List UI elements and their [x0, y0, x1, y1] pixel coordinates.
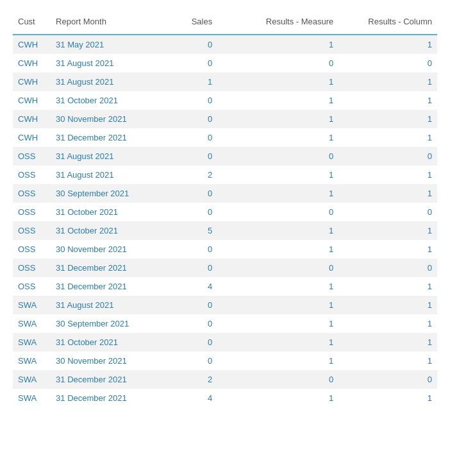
cell-sales: 4: [172, 389, 217, 407]
cell-column: 0: [338, 147, 437, 166]
table-header-row: Cust Report Month Sales Results - Measur…: [13, 10, 437, 35]
cell-sales: 0: [172, 314, 217, 333]
cell-cust: OSS: [13, 240, 51, 259]
header-column: Results - Column: [338, 10, 437, 35]
cell-cust: CWH: [13, 91, 51, 110]
cell-column: 0: [338, 259, 437, 277]
header-measure: Results - Measure: [217, 10, 338, 35]
table-row: CWH31 August 2021111: [13, 72, 437, 91]
cell-column: 1: [338, 333, 437, 352]
header-cust: Cust: [13, 10, 51, 35]
table-row: OSS31 December 2021000: [13, 259, 437, 277]
cell-month: 31 August 2021: [51, 147, 172, 166]
cell-column: 1: [338, 352, 437, 370]
cell-column: 1: [338, 184, 437, 203]
cell-sales: 0: [172, 54, 217, 72]
cell-month: 30 September 2021: [51, 314, 172, 333]
cell-sales: 0: [172, 35, 217, 54]
cell-sales: 0: [172, 110, 217, 128]
cell-sales: 0: [172, 296, 217, 314]
cell-sales: 0: [172, 147, 217, 166]
cell-measure: 1: [217, 352, 338, 370]
cell-measure: 0: [217, 203, 338, 221]
cell-cust: CWH: [13, 72, 51, 91]
cell-month: 31 December 2021: [51, 259, 172, 277]
table-row: CWH31 August 2021000: [13, 54, 437, 72]
cell-month: 31 October 2021: [51, 333, 172, 352]
cell-measure: 1: [217, 240, 338, 259]
cell-cust: CWH: [13, 35, 51, 54]
cell-cust: SWA: [13, 333, 51, 352]
table-row: OSS31 December 2021411: [13, 277, 437, 296]
table-row: OSS31 October 2021511: [13, 221, 437, 240]
cell-column: 1: [338, 72, 437, 91]
header-sales: Sales: [172, 10, 217, 35]
cell-measure: 1: [217, 110, 338, 128]
cell-month: 31 October 2021: [51, 203, 172, 221]
cell-sales: 0: [172, 91, 217, 110]
cell-measure: 1: [217, 333, 338, 352]
cell-column: 1: [338, 314, 437, 333]
cell-cust: OSS: [13, 166, 51, 184]
cell-month: 31 August 2021: [51, 54, 172, 72]
cell-month: 31 August 2021: [51, 166, 172, 184]
cell-cust: OSS: [13, 147, 51, 166]
cell-cust: OSS: [13, 184, 51, 203]
cell-cust: CWH: [13, 54, 51, 72]
cell-sales: 0: [172, 240, 217, 259]
cell-column: 1: [338, 221, 437, 240]
cell-month: 31 December 2021: [51, 370, 172, 389]
cell-measure: 1: [217, 91, 338, 110]
cell-month: 31 December 2021: [51, 128, 172, 147]
table-row: OSS31 October 2021000: [13, 203, 437, 221]
cell-sales: 0: [172, 203, 217, 221]
cell-month: 31 August 2021: [51, 296, 172, 314]
cell-month: 31 December 2021: [51, 277, 172, 296]
cell-column: 1: [338, 277, 437, 296]
cell-month: 30 November 2021: [51, 352, 172, 370]
cell-column: 1: [338, 110, 437, 128]
cell-cust: OSS: [13, 203, 51, 221]
table-row: SWA30 November 2021011: [13, 352, 437, 370]
cell-column: 1: [338, 240, 437, 259]
cell-column: 1: [338, 389, 437, 407]
table-row: SWA31 October 2021011: [13, 333, 437, 352]
table-row: OSS30 November 2021011: [13, 240, 437, 259]
cell-sales: 0: [172, 259, 217, 277]
table-row: OSS31 August 2021211: [13, 166, 437, 184]
table-row: SWA30 September 2021011: [13, 314, 437, 333]
cell-month: 31 May 2021: [51, 35, 172, 54]
cell-cust: SWA: [13, 352, 51, 370]
cell-month: 31 August 2021: [51, 72, 172, 91]
cell-cust: CWH: [13, 110, 51, 128]
cell-measure: 1: [217, 166, 338, 184]
cell-measure: 1: [217, 314, 338, 333]
cell-sales: 0: [172, 184, 217, 203]
cell-sales: 2: [172, 166, 217, 184]
cell-column: 1: [338, 35, 437, 54]
cell-sales: 0: [172, 333, 217, 352]
table-row: SWA31 December 2021200: [13, 370, 437, 389]
header-month: Report Month: [51, 10, 172, 35]
cell-month: 31 October 2021: [51, 221, 172, 240]
cell-sales: 2: [172, 370, 217, 389]
cell-sales: 1: [172, 72, 217, 91]
table-row: CWH31 May 2021011: [13, 35, 437, 54]
cell-column: 0: [338, 370, 437, 389]
cell-month: 30 September 2021: [51, 184, 172, 203]
cell-cust: OSS: [13, 277, 51, 296]
cell-sales: 5: [172, 221, 217, 240]
cell-measure: 0: [217, 147, 338, 166]
report-table: Cust Report Month Sales Results - Measur…: [13, 10, 437, 407]
cell-month: 31 October 2021: [51, 91, 172, 110]
cell-month: 31 December 2021: [51, 389, 172, 407]
cell-cust: SWA: [13, 370, 51, 389]
cell-sales: 0: [172, 352, 217, 370]
table-row: CWH31 December 2021011: [13, 128, 437, 147]
cell-month: 30 November 2021: [51, 110, 172, 128]
cell-measure: 1: [217, 72, 338, 91]
table-row: CWH31 October 2021011: [13, 91, 437, 110]
cell-cust: SWA: [13, 314, 51, 333]
cell-measure: 0: [217, 259, 338, 277]
cell-column: 1: [338, 166, 437, 184]
